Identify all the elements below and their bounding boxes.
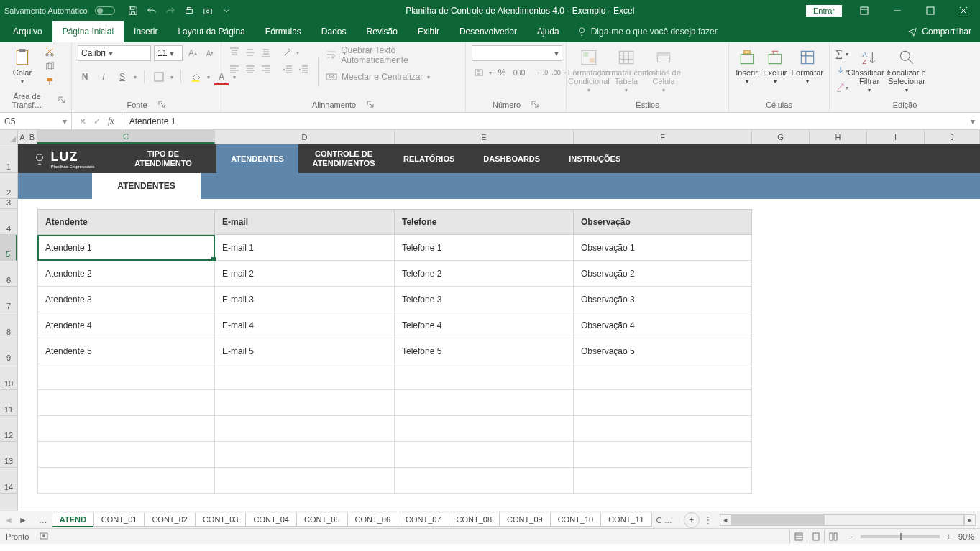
nav-dashboards[interactable]: DASHBOARDS	[469, 144, 554, 173]
row-header-8[interactable]: 8	[0, 312, 17, 338]
col-header-i[interactable]: I	[867, 130, 925, 144]
row-header-12[interactable]: 12	[0, 416, 17, 442]
sheet-tab[interactable]: CONT_08	[449, 513, 500, 527]
table-cell[interactable]	[395, 416, 574, 442]
row-header-7[interactable]: 7	[0, 287, 17, 312]
align-top-icon[interactable]	[227, 45, 242, 60]
align-center-icon[interactable]	[243, 62, 257, 77]
redo-icon[interactable]	[162, 3, 178, 19]
table-cell[interactable]: Telefone 3	[395, 287, 574, 312]
table-cell[interactable]	[37, 390, 215, 416]
name-box[interactable]: C5▾	[0, 113, 72, 129]
alignment-dialog-launcher[interactable]	[366, 101, 375, 109]
row-header-4[interactable]: 4	[0, 209, 17, 235]
zoom-in-button[interactable]: +	[947, 532, 951, 541]
table-cell[interactable]	[215, 390, 395, 416]
tab-arquivo[interactable]: Arquivo	[3, 21, 52, 42]
find-select-button[interactable]: Localizar e Selecionar▾	[890, 45, 923, 93]
sheet-tab[interactable]: CONT_05	[296, 513, 347, 527]
th-telefone[interactable]: Telefone	[395, 209, 574, 235]
table-cell[interactable]: Atendente 2	[37, 261, 215, 287]
sheet-nav-more-left[interactable]: …	[35, 515, 52, 525]
tab-inserir[interactable]: Inserir	[124, 21, 168, 42]
col-header-h[interactable]: H	[810, 130, 867, 144]
font-dialog-launcher[interactable]	[157, 101, 166, 109]
camera-icon[interactable]	[200, 3, 216, 19]
format-cells-button[interactable]: Formatar▾	[791, 45, 823, 85]
copy-icon[interactable]	[43, 60, 56, 73]
sheet-tab[interactable]: CONT_10	[550, 513, 601, 527]
row-header-10[interactable]: 10	[0, 364, 17, 390]
hscroll-left-icon[interactable]: ◄	[720, 514, 731, 526]
table-cell[interactable]	[215, 468, 395, 494]
quickprint-icon[interactable]	[181, 3, 197, 19]
th-email[interactable]: E-mail	[215, 209, 395, 235]
sort-filter-button[interactable]: AZ Classificar e Filtrar▾	[853, 45, 886, 93]
tab-ajuda[interactable]: Ajuda	[527, 21, 569, 42]
col-header-g[interactable]: G	[752, 130, 810, 144]
table-cell[interactable]: Atendente 1	[37, 235, 215, 261]
hscroll-thumb[interactable]	[732, 515, 825, 525]
table-cell[interactable]: Atendente 5	[37, 338, 215, 364]
table-cell[interactable]: Telefone 2	[395, 261, 574, 287]
merge-center-button[interactable]: Mesclar e Centralizar ▾	[326, 71, 459, 83]
row-header-14[interactable]: 14	[0, 468, 17, 494]
tab-split-handle[interactable]: ⋮	[704, 515, 713, 525]
table-cell[interactable]: E-mail 3	[215, 287, 395, 312]
underline-button[interactable]: S	[115, 70, 129, 84]
table-cell[interactable]	[37, 442, 215, 468]
bold-button[interactable]: N	[78, 70, 92, 84]
table-cell[interactable]: E-mail 4	[215, 312, 395, 338]
table-cell[interactable]	[37, 364, 215, 390]
table-cell[interactable]: Telefone 1	[395, 235, 574, 261]
font-size-combo[interactable]: 11▾	[154, 45, 183, 61]
col-header-c[interactable]: C	[37, 130, 215, 144]
autosum-button[interactable]: ∑▾	[835, 48, 848, 60]
tell-me-search[interactable]: Diga-me o que você deseja fazer	[577, 21, 718, 42]
table-cell[interactable]: Observação 4	[574, 312, 752, 338]
row-header-6[interactable]: 6	[0, 261, 17, 287]
paste-button[interactable]: Colar ▾	[6, 45, 39, 85]
clipboard-dialog-launcher[interactable]	[58, 96, 65, 105]
clear-button[interactable]: ▾	[835, 81, 848, 94]
tab-pagina-inicial[interactable]: Página Inicial	[52, 21, 124, 42]
cut-icon[interactable]	[43, 45, 56, 58]
table-cell[interactable]: E-mail 1	[215, 235, 395, 261]
insert-cells-button[interactable]: Inserir▾	[735, 45, 759, 85]
align-left-icon[interactable]	[227, 62, 242, 77]
nav-atendentes[interactable]: ATENDENTES	[216, 144, 298, 173]
col-header-j[interactable]: J	[925, 130, 980, 144]
macro-record-icon[interactable]	[39, 531, 49, 542]
save-icon[interactable]	[125, 3, 141, 19]
sheet-tab[interactable]: CONT_09	[499, 513, 550, 527]
table-cell[interactable]	[395, 442, 574, 468]
select-all-corner[interactable]	[0, 130, 18, 144]
comma-format-icon[interactable]: 000	[512, 65, 526, 80]
cell-styles-button[interactable]: Estilos de Célula▾	[647, 45, 680, 93]
zoom-out-button[interactable]: −	[848, 532, 853, 541]
worksheet-grid[interactable]: 1 2 3 4 5 6 7 8 9 10 11 12 13 14 LUZPlan…	[0, 144, 980, 511]
row-header-2[interactable]: 2	[0, 173, 17, 199]
sheet-nav-prev-icon[interactable]: ◄	[4, 515, 13, 525]
table-cell[interactable]: Observação 1	[574, 235, 752, 261]
nav-relatorios[interactable]: RELATÓRIOS	[389, 144, 469, 173]
tab-revisao[interactable]: Revisão	[357, 21, 408, 42]
sheet-tab[interactable]: CONT_03	[195, 513, 246, 527]
number-format-combo[interactable]: ▾	[472, 45, 562, 61]
row-header-13[interactable]: 13	[0, 442, 17, 468]
hscroll-right-icon[interactable]: ►	[964, 514, 976, 526]
qat-customize-icon[interactable]	[219, 3, 234, 19]
table-cell[interactable]: Observação 5	[574, 338, 752, 364]
sheet-tab[interactable]: CONT_04	[245, 513, 296, 527]
tab-formulas[interactable]: Fórmulas	[255, 21, 311, 42]
row-header-5[interactable]: 5	[0, 235, 17, 261]
normal-view-icon[interactable]	[789, 530, 807, 543]
table-cell[interactable]	[574, 390, 752, 416]
col-header-b[interactable]: B	[27, 130, 37, 144]
login-button[interactable]: Entrar	[806, 5, 842, 17]
cancel-formula-icon[interactable]: ✕	[79, 116, 86, 126]
wrap-text-button[interactable]: Quebrar Texto Automaticamente	[326, 45, 459, 65]
horizontal-scrollbar[interactable]: ◄ ►	[720, 514, 976, 526]
col-header-f[interactable]: F	[574, 130, 752, 144]
sheet-nav-next-icon[interactable]: ►	[19, 515, 27, 525]
